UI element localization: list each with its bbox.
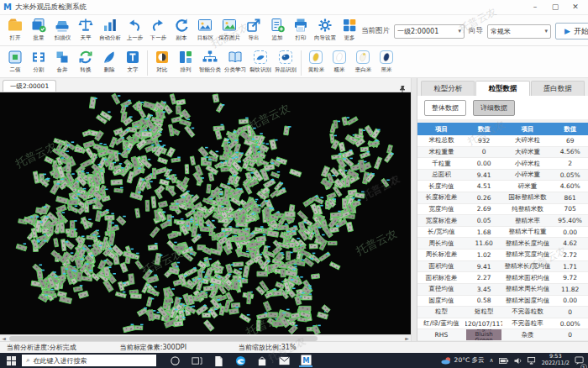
toolbar-text-button[interactable]: 文字 [121,49,144,76]
toolbar-append-button[interactable]: 追加 [265,17,289,42]
toolbar-open-button[interactable]: 打开 [3,17,27,42]
toolbar-merge-button[interactable]: 合并 [50,49,74,76]
minimize-button[interactable]: – [526,2,544,13]
battery-icon[interactable] [499,357,509,365]
toolbar-convert-button[interactable]: 转换 [74,49,97,76]
horizontal-scrollbar[interactable]: ◄ ► [0,334,411,341]
toolbar-print-button[interactable]: 打印 [289,17,312,42]
analysis-image-area[interactable] [0,92,411,334]
close-button[interactable]: ✕ [566,2,585,13]
scroll-right-icon[interactable]: ► [403,335,411,341]
table-row[interactable]: 面积标准差2.27整精米面积均值9.72 [417,272,588,284]
toolbar-button-label: 黑米 [381,66,392,73]
toolbar-compare-button[interactable]: 对比 [150,49,174,76]
toolbar-classify-learn-button[interactable]: 分类学习 [223,49,248,76]
image-tab[interactable]: 一级2:00001 [3,80,56,92]
toolbar-black-rice-button[interactable]: 黑米 [375,49,398,76]
table-row[interactable]: 总面积9.41小碎米重0.05% [417,170,588,181]
toolbar-crack-detect-button[interactable]: 裂纹识别 [248,49,273,76]
wizard-select[interactable]: 常规米 ▾ [487,24,551,39]
toolbar-redo-button[interactable]: 下一步 [146,17,170,42]
toolbar-smart-classify-button[interactable]: 智能分类 [197,49,223,76]
play-icon: ▶ [564,27,570,35]
table-row[interactable]: 周长均值11.60整精米长度均值4.62 [417,238,588,250]
table-row[interactable]: 长/宽均值1.68整精米千粒重0.00 [417,227,588,239]
start-record-button[interactable]: ▶ 开始录制 [555,23,588,39]
item-cell: 大碎米重 [502,147,552,158]
table-row[interactable]: 米粒重量0大碎米重4.56% [417,147,588,159]
toolbar-button-label: 下一步 [150,34,165,41]
taskbar-clock[interactable]: 9:53 2022/11/2 [542,354,570,367]
start-button[interactable] [0,353,22,368]
task-view-icon[interactable] [190,354,203,367]
table-row[interactable]: 圆度均值0.58整精米圆度均值0.00 [417,296,588,308]
table-row[interactable]: 长度均值4.51碎米重4.60% [417,181,588,192]
toolbar-foreign-detect-button[interactable]: 异品识别 [273,49,298,76]
value-cell: 4.56% [552,147,588,158]
table-row[interactable]: 红/绿/蓝均值120/107/117不完善粒率0.00% [417,318,588,330]
table-row[interactable]: 千粒重0.00小碎米粒2 [417,158,588,170]
table-row[interactable]: 米粒总数932大碎米粒69 [417,135,588,147]
toolbar-yellow-rice-button[interactable]: 黄粒米 [304,49,328,76]
maximize-button[interactable]: ▢ [546,2,564,13]
toolbar-wizard-settings-button[interactable]: 向导设置 [312,17,338,42]
table-row[interactable]: 面积均值9.41整精米长/宽均值1.71 [417,261,588,273]
toolbar-arrange-button[interactable]: 排列 [174,49,197,76]
detailed-data-button[interactable]: 详细数据 [473,100,515,116]
current-image-select[interactable]: 一级2:00001 ▾ [394,24,465,39]
value-cell: 0 [465,147,503,158]
edge-browser-icon[interactable] [234,354,247,367]
scroll-left-icon[interactable]: ◄ [0,335,8,341]
tray-expand-icon[interactable]: ∧ [490,357,494,364]
item-cell: 直径均值 [417,284,465,295]
toolbar-scanner-button[interactable]: 扫描仪 [50,17,74,42]
toolbar-auto-analyze-button[interactable]: 自动分析 [97,17,123,42]
toolbar-more-button[interactable]: 更多 [338,17,361,42]
rice-grain-image[interactable] [0,92,411,334]
table-row[interactable]: 粒型短粒型不完善粒数0 [417,307,588,318]
toolbar-undo-button[interactable]: 上一步 [123,17,146,42]
mail-icon[interactable] [277,354,291,367]
panel-tab-protein-data[interactable]: 蛋白数据 [531,81,585,96]
table-row[interactable]: 直径均值3.45整精米周长均值11.82 [417,284,588,296]
value-cell: 4.60% [552,181,588,192]
toolbar-balance-button[interactable]: 天平 [74,17,97,42]
table-row[interactable]: 宽度标准差0.05整精米率95.40% [417,215,588,227]
toolbar-batch-button[interactable]: 批量 [27,17,50,42]
item-cell: 不完善粒率 [502,318,552,329]
table-row[interactable]: 长度标准差0.26国标整精米数861 [417,192,588,204]
notification-center-icon[interactable]: 1 [575,353,585,368]
rice-app-taskbar-icon[interactable]: M [299,354,312,367]
table-row[interactable]: RHSLight Bluish Green杂质0 [417,329,588,341]
panel-splitter[interactable] [411,78,417,341]
toolbar-export-button[interactable]: 导出 [242,17,265,42]
table-row[interactable]: 周长标准差1.02整精米宽度均值2.72 [417,250,588,261]
scrollbar-track[interactable] [8,336,403,341]
toolbar-waxy-rice-button[interactable]: 糯米 [328,49,351,76]
scrollbar-thumb[interactable] [9,336,318,341]
toolbar-target-area-button[interactable]: 目标区 [193,17,217,42]
weather-widget[interactable]: 20°C 多云 [441,356,485,365]
document-app-icon[interactable] [212,354,225,367]
toolbar-copy-button[interactable]: 副本 [170,17,193,42]
item-cell: 宽度均值 [417,204,465,215]
toolbar-save-image-button[interactable]: 保存图片 [217,17,242,42]
toolbar-split-button[interactable]: 分割 [27,49,50,76]
cortana-icon[interactable] [168,354,181,367]
panel-tab-shape-data[interactable]: 粒型数据 [475,81,529,96]
panel-tab-shape-analysis[interactable]: 粒型分析 [421,81,475,96]
table-row[interactable]: 宽度均值2.69纯整精米数705 [417,204,588,216]
taskbar-search-box[interactable]: ⌕ 在此键入进行搜索 [22,355,156,366]
auto-analyze-icon [102,17,118,34]
network-icon[interactable] [528,357,537,365]
window-title: 大米外观品质检测系统 [15,3,526,13]
store-icon[interactable] [255,354,269,367]
toolbar-chalky-rice-button[interactable]: 垩白米 [351,49,375,76]
toolbar-binary-button[interactable]: 二值 [3,49,27,76]
balance-icon [77,17,94,34]
image-view-column: 一级2:00001 ◄ ► [0,78,411,341]
toolbar-delete-button[interactable]: 删除 [97,49,121,76]
speaker-icon[interactable] [514,357,522,365]
chevron-down-icon: ▾ [458,28,461,34]
overall-data-button[interactable]: 整体数据 [424,100,466,116]
